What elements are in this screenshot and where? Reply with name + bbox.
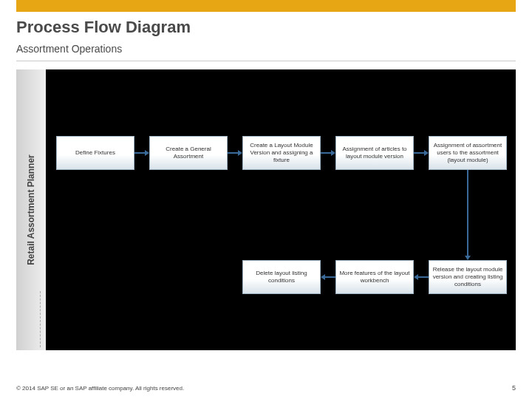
swimlane-frame: Retail Assortment Planner Define Fixture… (16, 69, 516, 350)
step-create-layout-module-version: Create a Layout Module Version and assig… (242, 136, 321, 170)
swimlane-header: Retail Assortment Planner (16, 69, 47, 350)
arrow-icon (414, 152, 424, 154)
arrow-icon (134, 152, 145, 154)
divider (16, 61, 516, 61)
step-assign-users: Assignment of assortment users to the as… (429, 136, 507, 170)
page-number: 5 (512, 384, 516, 392)
arrow-icon (467, 170, 468, 256)
arrow-icon (418, 276, 429, 278)
arrow-icon (321, 152, 331, 154)
brand-band (16, 0, 516, 12)
step-define-fixtures: Define Fixtures (56, 136, 134, 170)
swimlane-label: Retail Assortment Planner (26, 154, 36, 265)
diagram-canvas: Define Fixtures Create a General Assortm… (46, 69, 516, 350)
page-title: Process Flow Diagram (16, 18, 191, 37)
arrow-icon (228, 152, 238, 154)
footer-copyright: © 2014 SAP SE or an SAP affiliate compan… (16, 385, 184, 392)
arrow-icon (325, 276, 335, 278)
step-create-general-assortment: Create a General Assortment (149, 136, 228, 170)
step-assign-articles: Assignment of articles to layout module … (335, 136, 414, 170)
dashed-guide (40, 291, 41, 347)
step-release-version: Release the layout module version and cr… (429, 260, 507, 294)
step-delete-listing-conditions: Delete layout listing conditions (242, 260, 321, 294)
step-more-features: More features of the layout workbench (335, 260, 414, 294)
page-subtitle: Assortment Operations (16, 43, 122, 55)
